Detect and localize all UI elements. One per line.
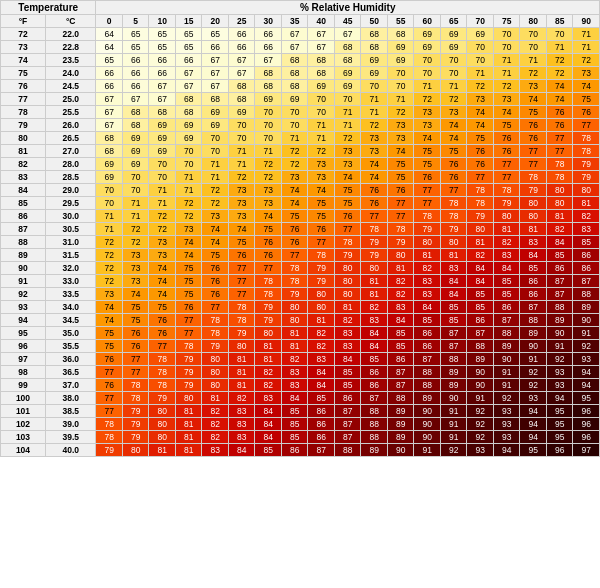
heat-index-value: 87: [440, 340, 467, 353]
heat-index-value: 95: [573, 392, 600, 405]
heat-index-value: 75: [493, 119, 520, 132]
heat-index-value: 67: [96, 106, 123, 119]
heat-index-value: 83: [228, 418, 255, 431]
heat-index-value: 80: [414, 236, 441, 249]
temp-c: 29.5: [45, 197, 96, 210]
heat-index-value: 75: [573, 93, 600, 106]
heat-index-value: 86: [361, 379, 388, 392]
heat-index-value: 67: [96, 119, 123, 132]
heat-index-value: 95: [520, 444, 547, 457]
heat-index-value: 78: [308, 249, 335, 262]
c-header: °C: [45, 15, 96, 28]
heat-index-value: 69: [96, 158, 123, 171]
heat-index-value: 71: [520, 54, 547, 67]
heat-index-value: 90: [414, 418, 441, 431]
heat-index-value: 78: [440, 197, 467, 210]
heat-index-value: 73: [467, 93, 494, 106]
heat-index-value: 84: [414, 301, 441, 314]
temp-f: 72: [1, 28, 46, 41]
heat-index-value: 80: [228, 340, 255, 353]
temp-header: Temperature: [1, 1, 96, 15]
heat-index-value: 79: [308, 262, 335, 275]
heat-index-value: 73: [122, 275, 149, 288]
heat-index-value: 74: [175, 249, 202, 262]
humidity-col-header: 45: [334, 15, 361, 28]
heat-index-value: 75: [414, 145, 441, 158]
heat-index-value: 78: [149, 379, 176, 392]
heat-index-value: 74: [361, 158, 388, 171]
heat-index-value: 69: [334, 80, 361, 93]
heat-index-value: 72: [546, 67, 573, 80]
heat-index-value: 73: [334, 145, 361, 158]
heat-index-value: 67: [175, 80, 202, 93]
heat-index-value: 93: [493, 405, 520, 418]
heat-index-value: 67: [175, 67, 202, 80]
heat-index-value: 70: [546, 28, 573, 41]
heat-index-value: 80: [334, 262, 361, 275]
heat-index-value: 97: [573, 444, 600, 457]
heat-index-value: 72: [440, 93, 467, 106]
heat-index-value: 96: [573, 418, 600, 431]
temp-c: 38.0: [45, 392, 96, 405]
heat-index-value: 96: [546, 444, 573, 457]
heat-index-value: 76: [175, 301, 202, 314]
heat-index-value: 71: [149, 197, 176, 210]
heat-index-value: 92: [546, 353, 573, 366]
heat-index-value: 72: [96, 236, 123, 249]
heat-index-value: 74: [149, 288, 176, 301]
heat-index-value: 69: [414, 41, 441, 54]
heat-index-value: 76: [202, 288, 229, 301]
heat-index-value: 73: [440, 106, 467, 119]
heat-index-value: 77: [202, 301, 229, 314]
heat-index-value: 78: [440, 210, 467, 223]
heat-index-value: 91: [520, 353, 547, 366]
heat-index-value: 86: [573, 262, 600, 275]
heat-index-value: 95: [546, 405, 573, 418]
heat-index-value: 68: [228, 80, 255, 93]
heat-index-value: 78: [573, 132, 600, 145]
heat-index-value: 80: [281, 301, 308, 314]
heat-index-value: 74: [520, 93, 547, 106]
heat-index-value: 72: [281, 158, 308, 171]
heat-index-value: 87: [546, 288, 573, 301]
heat-index-value: 69: [440, 28, 467, 41]
heat-index-value: 72: [96, 275, 123, 288]
heat-index-value: 85: [281, 405, 308, 418]
heat-index-value: 79: [334, 249, 361, 262]
heat-index-value: 69: [202, 106, 229, 119]
heat-index-value: 94: [573, 366, 600, 379]
heat-index-value: 76: [96, 353, 123, 366]
heat-index-value: 78: [122, 392, 149, 405]
heat-index-value: 67: [202, 54, 229, 67]
heat-index-value: 67: [228, 67, 255, 80]
heat-index-value: 79: [414, 223, 441, 236]
heat-index-value: 77: [228, 275, 255, 288]
temp-f: 78: [1, 106, 46, 119]
heat-index-value: 70: [281, 106, 308, 119]
heat-index-value: 71: [96, 223, 123, 236]
heat-index-value: 81: [573, 197, 600, 210]
heat-index-value: 66: [149, 67, 176, 80]
heat-index-value: 77: [334, 223, 361, 236]
heat-index-value: 73: [361, 145, 388, 158]
heat-index-value: 91: [573, 327, 600, 340]
heat-index-value: 67: [308, 41, 335, 54]
humidity-col-header: 20: [202, 15, 229, 28]
heat-index-value: 69: [361, 54, 388, 67]
heat-index-value: 81: [175, 405, 202, 418]
heat-index-value: 82: [202, 431, 229, 444]
heat-index-value: 71: [202, 158, 229, 171]
heat-index-value: 67: [96, 93, 123, 106]
heat-index-value: 71: [334, 106, 361, 119]
heat-index-value: 67: [149, 80, 176, 93]
heat-index-value: 78: [387, 223, 414, 236]
heat-index-value: 74: [467, 119, 494, 132]
heat-index-value: 83: [387, 301, 414, 314]
heat-index-value: 73: [96, 288, 123, 301]
heat-index-value: 78: [96, 418, 123, 431]
heat-index-value: 88: [361, 405, 388, 418]
heat-index-value: 94: [573, 379, 600, 392]
heat-index-value: 76: [520, 119, 547, 132]
heat-index-value: 77: [387, 210, 414, 223]
heat-index-value: 79: [122, 431, 149, 444]
